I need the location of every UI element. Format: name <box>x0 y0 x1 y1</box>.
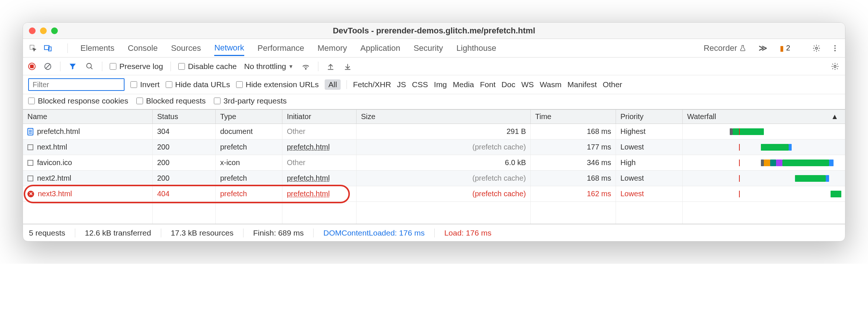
warning-count: 2 <box>786 44 790 52</box>
kebab-menu-icon[interactable] <box>830 43 840 53</box>
request-status: 200 <box>153 171 216 186</box>
filter-type-img[interactable]: Img <box>434 80 447 89</box>
device-toolbar-icon[interactable] <box>43 43 53 53</box>
separator <box>170 62 171 71</box>
request-type: document <box>216 124 282 139</box>
search-icon[interactable] <box>85 62 95 71</box>
filter-type-media[interactable]: Media <box>453 80 474 89</box>
initiator-link[interactable]: prefetch.html <box>287 190 330 198</box>
filter-type-font[interactable]: Font <box>480 80 496 89</box>
col-initiator[interactable]: Initiator <box>282 110 357 124</box>
tab-security[interactable]: Security <box>414 40 443 56</box>
blocked-requests-checkbox[interactable]: Blocked requests <box>136 96 206 105</box>
table-row[interactable]: next2.html200prefetchprefetch.html(prefe… <box>23 171 845 186</box>
network-table: Name Status Type Initiator Size Time Pri… <box>23 109 845 224</box>
waterfall-bar <box>789 144 792 151</box>
col-priority[interactable]: Priority <box>616 110 683 124</box>
tab-recorder[interactable]: Recorder <box>703 40 746 56</box>
filter-type-js[interactable]: JS <box>397 80 406 89</box>
throttling-label: No throttling <box>244 62 286 71</box>
resource-icon <box>27 160 33 166</box>
svg-point-14 <box>834 65 836 68</box>
third-party-checkbox[interactable]: 3rd-party requests <box>214 96 286 105</box>
network-settings-icon[interactable] <box>830 62 840 71</box>
hide-data-urls-checkbox[interactable]: Hide data URLs <box>166 80 230 89</box>
filter-type-other[interactable]: Other <box>603 80 622 89</box>
tab-lighthouse[interactable]: Lighthouse <box>456 40 496 56</box>
initiator-link[interactable]: prefetch.html <box>287 143 330 151</box>
table-row[interactable]: favicon.ico200x-iconOther6.0 kB346 msHig… <box>23 155 845 171</box>
flask-icon <box>739 45 746 52</box>
col-type[interactable]: Type <box>216 110 282 124</box>
separator <box>60 62 60 71</box>
filter-type-all[interactable]: All <box>325 79 341 90</box>
upload-har-icon[interactable] <box>326 62 335 71</box>
table-row[interactable]: next.html200prefetchprefetch.html(prefet… <box>23 139 845 155</box>
col-status[interactable]: Status <box>153 110 216 124</box>
panel-tabs: ElementsConsoleSourcesNetworkPerformance… <box>80 40 691 56</box>
waterfall-bar <box>770 160 776 166</box>
request-time: 168 ms <box>531 124 616 139</box>
status-requests: 5 requests <box>29 229 65 237</box>
filter-type-wasm[interactable]: Wasm <box>540 80 561 89</box>
filter-type-manifest[interactable]: Manifest <box>567 80 597 89</box>
blocked-req-label: Blocked requests <box>146 96 206 105</box>
preserve-log-checkbox[interactable]: Preserve log <box>110 62 163 71</box>
blocked-cookies-checkbox[interactable]: Blocked response cookies <box>28 96 128 105</box>
tab-performance[interactable]: Performance <box>258 40 304 56</box>
filter-row-2: Blocked response cookies Blocked request… <box>23 94 845 109</box>
col-size[interactable]: Size <box>357 110 531 124</box>
separator <box>161 229 161 237</box>
tab-sources[interactable]: Sources <box>171 40 201 56</box>
col-time[interactable]: Time <box>531 110 616 124</box>
separator <box>102 62 102 71</box>
filter-type-doc[interactable]: Doc <box>501 80 515 89</box>
tab-memory[interactable]: Memory <box>318 40 347 56</box>
clear-button[interactable] <box>43 62 53 71</box>
minimize-window-button[interactable] <box>40 27 47 34</box>
more-tabs-button[interactable]: ≫ <box>759 40 767 56</box>
close-window-button[interactable] <box>29 27 36 34</box>
record-button[interactable] <box>28 63 36 70</box>
request-size: 6.0 kB <box>357 155 531 170</box>
sort-asc-icon: ▲ <box>831 112 838 121</box>
dom-loaded-marker <box>739 160 740 166</box>
inspect-element-icon[interactable] <box>28 43 38 53</box>
svg-point-3 <box>815 47 818 49</box>
dom-loaded-marker <box>739 191 740 197</box>
tab-network[interactable]: Network <box>214 40 244 56</box>
throttling-select[interactable]: No throttling ▼ <box>244 62 294 71</box>
waterfall-cell <box>683 124 845 139</box>
waterfall-bar <box>761 160 764 166</box>
filter-type-css[interactable]: CSS <box>412 80 428 89</box>
filter-type-ws[interactable]: WS <box>521 80 534 89</box>
disable-cache-checkbox[interactable]: Disable cache <box>178 62 237 71</box>
separator <box>434 229 435 237</box>
tab-application[interactable]: Application <box>360 40 400 56</box>
invert-checkbox[interactable]: Invert <box>130 80 160 89</box>
filter-type-fetch-xhr[interactable]: Fetch/XHR <box>353 80 391 89</box>
error-icon: ✕ <box>27 191 34 197</box>
tab-console[interactable]: Console <box>128 40 158 56</box>
table-row[interactable]: prefetch.html304documentOther291 B168 ms… <box>23 124 845 139</box>
request-time: 162 ms <box>531 186 616 201</box>
filter-icon[interactable] <box>68 62 77 71</box>
resource-icon <box>27 144 33 150</box>
request-status: 404 <box>153 186 216 201</box>
preserve-log-label: Preserve log <box>119 62 163 71</box>
col-name[interactable]: Name <box>23 110 153 124</box>
tab-elements[interactable]: Elements <box>80 40 115 56</box>
hide-extension-urls-checkbox[interactable]: Hide extension URLs <box>236 80 319 89</box>
table-row[interactable]: ✕next3.html404prefetchprefetch.html(pref… <box>23 186 845 202</box>
filter-input[interactable] <box>28 78 125 91</box>
table-body: prefetch.html304documentOther291 B168 ms… <box>23 124 845 202</box>
download-har-icon[interactable] <box>343 62 352 71</box>
initiator-link[interactable]: prefetch.html <box>287 174 330 183</box>
col-waterfall[interactable]: Waterfall▲ <box>683 110 845 124</box>
waterfall-bar <box>764 160 770 166</box>
network-conditions-icon[interactable] <box>301 62 311 71</box>
warnings-badge[interactable]: ▮ 2 <box>780 44 790 53</box>
waterfall-bar <box>782 160 829 166</box>
settings-icon[interactable] <box>812 43 821 53</box>
maximize-window-button[interactable] <box>51 27 58 34</box>
